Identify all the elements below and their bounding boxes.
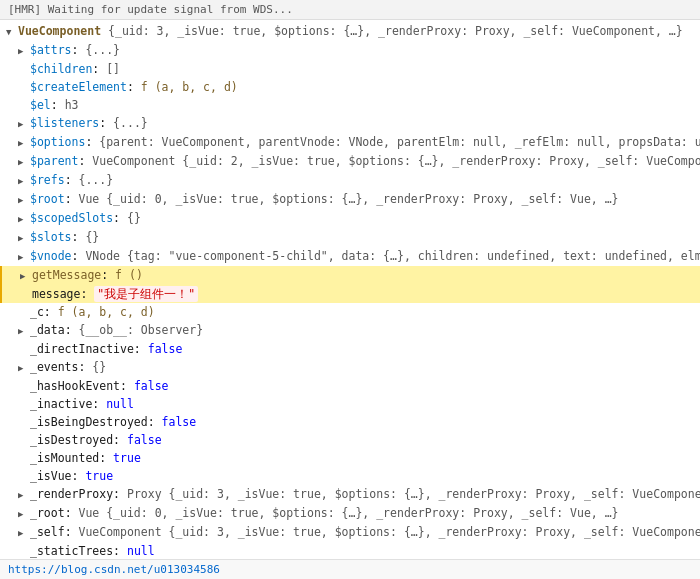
arrow-none (18, 61, 28, 77)
bottom-bar: https://blog.csdn.net/u013034586 (0, 559, 700, 579)
arrow-right-icon[interactable]: ▶ (18, 154, 28, 170)
arrow-right-icon[interactable]: ▶ (18, 116, 28, 132)
console-area[interactable]: ▼VueComponent {_uid: 3, _isVue: true, $o… (0, 20, 700, 559)
console-line-l1: ▼VueComponent {_uid: 3, _isVue: true, $o… (0, 22, 700, 41)
console-line-l15: message: "我是子组件一！" (0, 285, 700, 303)
arrow-right-icon[interactable]: ▶ (18, 43, 28, 59)
console-line-l25: _isVue: true (0, 467, 700, 485)
console-line-l27: ▶_root: Vue {_uid: 0, _isVue: true, $opt… (0, 504, 700, 523)
arrow-right-icon[interactable]: ▶ (18, 173, 28, 189)
console-line-l19: ▶_events: {} (0, 358, 700, 377)
console-line-l4: $createElement: f (a, b, c, d) (0, 78, 700, 96)
console-line-l2: ▶$attrs: {...} (0, 41, 700, 60)
console-line-l28: ▶_self: VueComponent {_uid: 3, _isVue: t… (0, 523, 700, 542)
arrow-right-icon[interactable]: ▶ (18, 360, 28, 376)
arrow-none (18, 79, 28, 95)
console-line-l14: ▶getMessage: f () (0, 266, 700, 285)
arrow-right-icon[interactable]: ▶ (18, 525, 28, 541)
console-line-l23: _isDestroyed: false (0, 431, 700, 449)
console-line-l11: ▶$scopedSlots: {} (0, 209, 700, 228)
console-line-l17: ▶_data: {__ob__: Observer} (0, 321, 700, 340)
arrow-none (18, 341, 28, 357)
arrow-right-icon[interactable]: ▶ (18, 135, 28, 151)
arrow-right-icon[interactable]: ▶ (18, 211, 28, 227)
arrow-right-icon[interactable]: ▶ (18, 323, 28, 339)
arrow-none (18, 450, 28, 466)
arrow-none (18, 304, 28, 320)
status-text: [HMR] Waiting for update signal from WDS… (8, 3, 293, 16)
console-line-l21: _inactive: null (0, 395, 700, 413)
arrow-right-icon[interactable]: ▶ (18, 487, 28, 503)
console-line-l12: ▶$slots: {} (0, 228, 700, 247)
arrow-none (18, 414, 28, 430)
console-line-l6: ▶$listeners: {...} (0, 114, 700, 133)
arrow-right-icon[interactable]: ▶ (20, 268, 30, 284)
console-line-l16: _c: f (a, b, c, d) (0, 303, 700, 321)
arrow-none (18, 432, 28, 448)
console-line-l22: _isBeingDestroyed: false (0, 413, 700, 431)
arrow-none (18, 396, 28, 412)
console-line-l20: _hasHookEvent: false (0, 377, 700, 395)
console-line-l13: ▶$vnode: VNode {tag: "vue-component-5-ch… (0, 247, 700, 266)
arrow-none (20, 286, 30, 302)
console-line-l7: ▶$options: {parent: VueComponent, parent… (0, 133, 700, 152)
console-line-l9: ▶$refs: {...} (0, 171, 700, 190)
console-line-l3: $children: [] (0, 60, 700, 78)
arrow-none (18, 97, 28, 113)
console-line-l18: _directInactive: false (0, 340, 700, 358)
url-link[interactable]: https://blog.csdn.net/u013034586 (8, 563, 220, 576)
console-line-l5: $el: h3 (0, 96, 700, 114)
arrow-right-icon[interactable]: ▶ (18, 230, 28, 246)
console-line-l26: ▶_renderProxy: Proxy {_uid: 3, _isVue: t… (0, 485, 700, 504)
arrow-none (18, 543, 28, 559)
devtools-panel: [HMR] Waiting for update signal from WDS… (0, 0, 700, 579)
arrow-right-icon[interactable]: ▶ (18, 249, 28, 265)
console-line-l24: _isMounted: true (0, 449, 700, 467)
arrow-right-icon[interactable]: ▶ (18, 192, 28, 208)
arrow-none (18, 378, 28, 394)
arrow-right-icon[interactable]: ▶ (18, 506, 28, 522)
arrow-none (18, 468, 28, 484)
console-line-l8: ▶$parent: VueComponent {_uid: 2, _isVue:… (0, 152, 700, 171)
console-line-l29: _staticTrees: null (0, 542, 700, 559)
status-bar: [HMR] Waiting for update signal from WDS… (0, 0, 700, 20)
arrow-down-icon[interactable]: ▼ (6, 24, 16, 40)
console-line-l10: ▶$root: Vue {_uid: 0, _isVue: true, $opt… (0, 190, 700, 209)
